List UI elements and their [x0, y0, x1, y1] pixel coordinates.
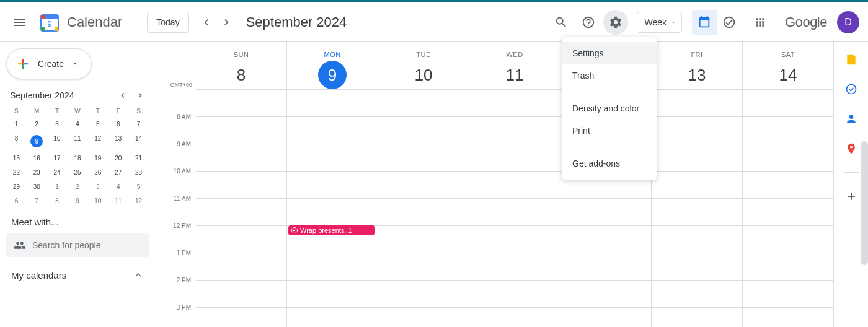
- create-button[interactable]: Create: [6, 48, 92, 79]
- day-column[interactable]: [742, 89, 833, 327]
- mini-cal-day[interactable]: 7: [128, 117, 149, 131]
- hour-label: 10 AM: [159, 168, 196, 195]
- today-button[interactable]: Today: [147, 12, 188, 33]
- app-logo[interactable]: 9 Calendar: [37, 10, 122, 35]
- mini-cal-day[interactable]: 20: [108, 151, 128, 165]
- mini-cal-day[interactable]: 5: [128, 180, 149, 194]
- day-number[interactable]: 8: [227, 61, 255, 89]
- mini-cal-day[interactable]: 4: [68, 117, 88, 131]
- search-people-field[interactable]: [6, 233, 149, 257]
- search-people-input[interactable]: [32, 240, 141, 250]
- mini-cal-day[interactable]: 15: [6, 151, 27, 165]
- day-column-header[interactable]: MON9: [286, 42, 378, 89]
- support-button[interactable]: [576, 10, 601, 35]
- mini-cal-day[interactable]: 30: [27, 180, 47, 194]
- calendar-view-toggle[interactable]: [692, 10, 717, 35]
- svg-point-7: [846, 85, 856, 94]
- view-selector[interactable]: Week: [637, 12, 683, 33]
- mini-cal-day[interactable]: 8: [6, 131, 27, 151]
- mini-cal-day[interactable]: 1: [6, 117, 27, 131]
- day-column[interactable]: [378, 89, 469, 327]
- tasks-addon-icon[interactable]: [845, 83, 857, 95]
- vertical-scrollbar[interactable]: [861, 141, 868, 265]
- mini-cal-day[interactable]: 29: [6, 180, 27, 194]
- tasks-view-toggle[interactable]: [717, 10, 742, 35]
- hour-label: 1 PM: [159, 250, 196, 277]
- my-calendars-toggle[interactable]: My calendars: [6, 269, 149, 281]
- mini-cal-day[interactable]: 3: [47, 117, 68, 131]
- search-button[interactable]: [549, 10, 574, 35]
- day-number[interactable]: 9: [318, 61, 347, 89]
- mini-cal-day[interactable]: 7: [27, 194, 47, 208]
- get-addons-button[interactable]: [845, 190, 857, 203]
- day-column-header[interactable]: TUE10: [378, 42, 469, 89]
- mini-cal-day[interactable]: 18: [68, 151, 88, 165]
- mini-cal-day[interactable]: 3: [87, 180, 108, 194]
- day-number[interactable]: 10: [409, 61, 438, 89]
- mini-cal-day[interactable]: 9: [27, 131, 47, 151]
- mini-cal-day[interactable]: 11: [68, 131, 88, 151]
- mini-cal-day[interactable]: 9: [68, 194, 88, 208]
- mini-cal-day[interactable]: 4: [108, 180, 128, 194]
- day-column-header[interactable]: FRI13: [651, 42, 742, 89]
- mini-cal-day[interactable]: 17: [47, 151, 68, 165]
- mini-cal-day[interactable]: 21: [128, 151, 149, 165]
- triangle-down-icon: [670, 19, 676, 25]
- google-apps-button[interactable]: [748, 10, 773, 35]
- mini-cal-day[interactable]: 28: [128, 165, 149, 180]
- day-column-header[interactable]: WED11: [469, 42, 560, 89]
- mini-cal-day[interactable]: 14: [128, 131, 149, 151]
- mini-cal-day[interactable]: 23: [27, 165, 47, 180]
- mini-cal-day[interactable]: 2: [27, 117, 47, 131]
- mini-cal-day[interactable]: 16: [27, 151, 47, 165]
- mini-cal-day[interactable]: 26: [87, 165, 108, 180]
- day-column-header[interactable]: SAT14: [742, 42, 833, 89]
- mini-cal-day[interactable]: 13: [108, 131, 128, 151]
- menu-item-print[interactable]: Print: [562, 120, 657, 142]
- main-menu-button[interactable]: [5, 7, 35, 37]
- menu-item-get-add-ons[interactable]: Get add-ons: [562, 152, 657, 175]
- day-column[interactable]: [469, 89, 560, 327]
- mini-cal-day[interactable]: 11: [108, 194, 128, 208]
- mini-cal-day[interactable]: 5: [87, 117, 108, 131]
- mini-cal-day[interactable]: 25: [68, 165, 88, 180]
- day-column[interactable]: [651, 89, 742, 327]
- mini-cal-day[interactable]: 12: [87, 131, 108, 151]
- mini-cal-day[interactable]: 27: [108, 165, 128, 180]
- menu-item-trash[interactable]: Trash: [562, 64, 657, 87]
- mini-cal-day[interactable]: 6: [108, 117, 128, 131]
- current-period: September 2024: [246, 14, 347, 30]
- account-avatar[interactable]: D: [837, 11, 859, 33]
- day-column[interactable]: Wrap presents, 1: [286, 89, 378, 327]
- contacts-addon-icon[interactable]: [845, 113, 857, 125]
- day-number[interactable]: 14: [774, 61, 802, 89]
- mini-cal-day[interactable]: 1: [47, 180, 68, 194]
- mini-dow: W: [68, 105, 88, 117]
- maps-addon-icon[interactable]: [845, 142, 857, 155]
- mini-cal-day[interactable]: 8: [47, 194, 68, 208]
- mini-cal-day[interactable]: 22: [6, 165, 27, 180]
- mini-cal-next[interactable]: [135, 90, 145, 100]
- mini-cal-day[interactable]: 12: [128, 194, 149, 208]
- keep-addon-icon[interactable]: [845, 53, 857, 66]
- mini-cal-day[interactable]: 19: [87, 151, 108, 165]
- mini-dow: T: [47, 105, 68, 117]
- day-number[interactable]: 11: [500, 61, 529, 89]
- day-number[interactable]: 13: [683, 61, 711, 89]
- day-column[interactable]: [196, 89, 286, 327]
- mini-cal-prev[interactable]: [118, 90, 128, 100]
- svg-rect-4: [41, 15, 45, 19]
- calendar-event[interactable]: Wrap presents, 1: [288, 225, 375, 235]
- prev-period-button[interactable]: [197, 12, 216, 32]
- menu-item-settings[interactable]: Settings: [562, 42, 657, 64]
- settings-button[interactable]: [603, 10, 628, 35]
- mini-cal-day[interactable]: 6: [6, 194, 27, 208]
- next-period-button[interactable]: [216, 12, 236, 32]
- menu-item-density-and-color[interactable]: Density and color: [562, 97, 657, 120]
- day-column-header[interactable]: SUN8: [196, 42, 286, 89]
- mini-cal-day[interactable]: 10: [47, 131, 68, 151]
- mini-cal-day[interactable]: 2: [68, 180, 88, 194]
- mini-cal-day[interactable]: 24: [47, 165, 68, 180]
- mini-cal-day[interactable]: 10: [87, 194, 108, 208]
- search-icon: [554, 15, 568, 29]
